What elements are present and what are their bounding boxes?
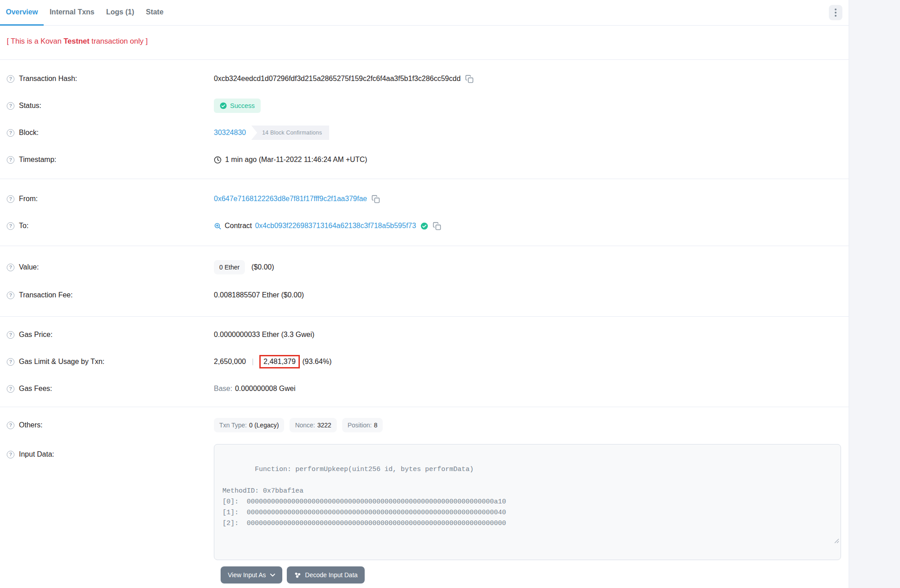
row-gas-limit-usage: ? Gas Limit & Usage by Txn: 2,650,000 | … (0, 348, 849, 375)
value-usd: ($0.00) (251, 263, 274, 271)
copy-icon[interactable] (371, 195, 380, 203)
view-input-as-label: View Input As (228, 571, 266, 579)
gas-used-value: 2,481,379 (263, 358, 295, 365)
help-icon[interactable]: ? (7, 129, 14, 137)
help-icon[interactable]: ? (7, 292, 14, 299)
testnet-warning: [ This is a Kovan Testnet transaction on… (0, 26, 849, 59)
zoom-in-icon[interactable] (214, 222, 222, 230)
row-gas-fees: ? Gas Fees: Base: 0.000000008 Gwei (0, 375, 849, 402)
gas-limit-label: Gas Limit & Usage by Txn: (19, 358, 104, 366)
nonce-badge: Nonce: 3222 (289, 418, 337, 432)
from-label: From: (19, 195, 38, 203)
txn-type-name: Txn Type: (219, 422, 247, 429)
row-timestamp: ? Timestamp: 1 min ago (Mar-11-2022 11:4… (0, 146, 849, 173)
gas-limit-value: 2,650,000 (214, 358, 246, 366)
section-parties: ? From: 0x647e7168122263d8e7f81f17fff9c2… (0, 179, 849, 246)
tab-logs[interactable]: Logs (1) (100, 0, 140, 26)
timestamp-label: Timestamp: (19, 156, 56, 164)
input-data-label: Input Data: (19, 450, 54, 458)
txn-type-value: 0 (Legacy) (249, 422, 279, 429)
section-gas: ? Gas Price: 0.0000000033 Ether (3.3 Gwe… (0, 317, 849, 407)
tab-bar: Overview Internal Txns Logs (1) State (0, 0, 849, 26)
help-icon[interactable]: ? (7, 156, 14, 164)
tab-internal-txns[interactable]: Internal Txns (44, 0, 100, 26)
from-address-link[interactable]: 0x647e7168122263d8e7f81f17fff9c2f1aa379f… (214, 195, 367, 203)
to-contract-word: Contract (225, 222, 252, 230)
more-options-button[interactable] (829, 5, 842, 20)
nonce-value: 3222 (317, 422, 331, 429)
resize-handle[interactable] (794, 526, 839, 558)
input-data-text: Function: performUpkeep(uint256 id, byte… (222, 466, 506, 527)
copy-icon[interactable] (433, 222, 441, 230)
help-icon[interactable]: ? (7, 75, 14, 83)
gas-separator: | (252, 358, 253, 366)
gas-fees-base-label: Base: (214, 385, 232, 393)
status-label: Status: (19, 102, 41, 110)
block-label: Block: (19, 129, 39, 137)
transaction-hash-label-wrap: ? Transaction Hash: (7, 75, 214, 83)
help-icon[interactable]: ? (7, 264, 14, 271)
decode-input-data-label: Decode Input Data (305, 571, 358, 579)
value-ether-text: 0 Ether (219, 264, 240, 271)
gas-fees-label: Gas Fees: (19, 385, 52, 393)
gas-price-label: Gas Price: (19, 331, 53, 339)
block-number-link[interactable]: 30324830 (214, 129, 246, 137)
help-icon[interactable]: ? (7, 422, 14, 429)
row-transaction-hash: ? Transaction Hash: 0xcb324eedcd1d07296f… (0, 65, 849, 92)
tab-overview[interactable]: Overview (0, 0, 44, 26)
row-to: ? To: Contract 0x4cb093f226983713164a621… (0, 212, 849, 239)
chevron-down-icon (270, 574, 275, 577)
row-input-data: ? Input Data: Function: performUpkeep(ui… (0, 444, 849, 560)
transaction-fee-value: 0.0081885507 Ether ($0.00) (214, 291, 304, 299)
help-icon[interactable]: ? (7, 451, 14, 458)
row-gas-price: ? Gas Price: 0.0000000033 Ether (3.3 Gwe… (0, 321, 849, 348)
help-icon[interactable]: ? (7, 222, 14, 230)
nonce-name: Nonce: (295, 422, 315, 429)
transaction-overview-card: Overview Internal Txns Logs (1) State [ … (0, 0, 849, 588)
to-label: To: (19, 222, 28, 230)
decode-icon (294, 571, 301, 579)
position-value: 8 (374, 422, 378, 429)
status-badge: Success (214, 99, 261, 113)
to-address-link[interactable]: 0x4cb093f226983713164a62138c3f718a5b595f… (255, 222, 416, 230)
value-label: Value: (19, 263, 39, 271)
position-name: Position: (348, 422, 372, 429)
tab-state[interactable]: State (140, 0, 169, 26)
row-value: ? Value: 0 Ether ($0.00) (0, 253, 849, 281)
transaction-hash-label: Transaction Hash: (19, 75, 77, 83)
row-others: ? Others: Txn Type: 0 (Legacy) Nonce: 32… (0, 413, 849, 438)
timestamp-value: 1 min ago (Mar-11-2022 11:46:24 AM +UTC) (225, 156, 367, 164)
value-ether-badge: 0 Ether (214, 260, 245, 274)
section-summary: ? Transaction Hash: 0xcb324eedcd1d07296f… (0, 60, 849, 179)
clock-icon (214, 156, 222, 164)
row-status: ? Status: Success (0, 92, 849, 119)
txn-type-badge: Txn Type: 0 (Legacy) (214, 418, 284, 432)
row-transaction-fee: ? Transaction Fee: 0.0081885507 Ether ($… (0, 281, 849, 309)
gas-fees-base-value: 0.000000008 Gwei (235, 385, 295, 393)
help-icon[interactable]: ? (7, 195, 14, 203)
gas-used-percent: (93.64%) (303, 358, 332, 366)
testnet-warning-suffix: transaction only ] (90, 37, 148, 45)
row-from: ? From: 0x647e7168122263d8e7f81f17fff9c2… (0, 185, 849, 212)
help-icon[interactable]: ? (7, 102, 14, 110)
transaction-hash-value: 0xcb324eedcd1d07296fdf3d215a2865275f159c… (214, 75, 461, 83)
transaction-fee-label: Transaction Fee: (19, 291, 72, 299)
testnet-warning-bold: Testnet (63, 37, 89, 45)
gas-used-annotation-box: 2,481,379 (259, 355, 299, 368)
decode-input-data-button[interactable]: Decode Input Data (287, 566, 365, 584)
help-icon[interactable]: ? (7, 385, 14, 393)
copy-icon[interactable] (465, 75, 474, 83)
others-label: Others: (19, 421, 42, 429)
check-circle-icon (220, 102, 227, 109)
input-data-textarea[interactable]: Function: performUpkeep(uint256 id, byte… (214, 444, 841, 560)
position-badge: Position: 8 (342, 418, 383, 432)
view-input-as-button[interactable]: View Input As (221, 566, 282, 584)
input-actions: View Input As Decode Input Data (0, 560, 849, 588)
help-icon[interactable]: ? (7, 331, 14, 339)
help-icon[interactable]: ? (7, 358, 14, 366)
status-text: Success (230, 102, 255, 109)
row-block: ? Block: 30324830 14 Block Confirmations (0, 119, 849, 146)
testnet-warning-prefix: [ This is a Kovan (7, 37, 63, 45)
verified-check-icon (421, 222, 428, 230)
block-confirmations-badge: 14 Block Confirmations (251, 126, 329, 140)
